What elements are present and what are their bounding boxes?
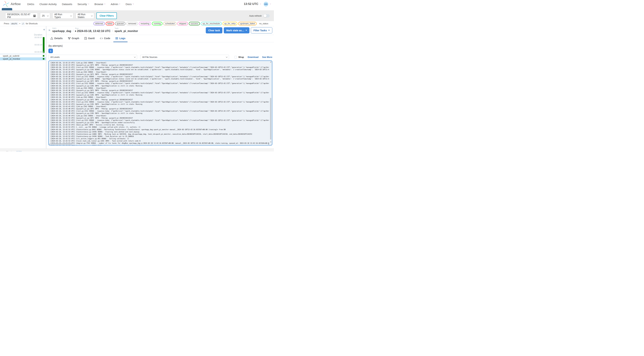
play-icon — [43, 52, 44, 53]
vertical-scroll-thumb[interactable] — [270, 98, 271, 139]
state-badge[interactable]: up_for_reschedule — [201, 22, 222, 25]
log-line: [2024-03-18, 13:42:43 UTC] {pyspark_pi.p… — [50, 99, 269, 101]
state-badge[interactable]: no_status — [258, 22, 270, 25]
file-source-select[interactable]: All File Sources — [140, 55, 229, 59]
log-line: [2024-03-18, 13:42:53 UTC] {pyspark_pi.p… — [50, 121, 269, 124]
code-icon — [100, 37, 103, 40]
run-types-value: All Run Types — [54, 13, 69, 19]
nav-item[interactable]: DAGs — [27, 3, 34, 6]
nav-item-label: Admin — [111, 3, 118, 6]
nav-item[interactable]: Browse — [94, 3, 106, 6]
auto-refresh-label: Auto-refresh — [249, 15, 262, 17]
state-badge[interactable]: removed — [126, 22, 138, 25]
state-badge[interactable]: deferred — [94, 22, 105, 25]
see-more-link[interactable]: See More — [262, 56, 272, 58]
breadcrumb-task-value[interactable]: spark_pi_monitor — [114, 30, 138, 33]
avatar[interactable]: AA — [264, 2, 268, 7]
version-label: Version: — [6, 150, 15, 151]
wrap-checkbox[interactable] — [234, 56, 237, 58]
tab-logs[interactable]: Logs — [113, 35, 128, 42]
run-states-select[interactable]: All Run States — [76, 13, 94, 19]
nav-item-label: Security — [78, 3, 87, 6]
run-states-value: All Run States — [78, 13, 90, 19]
scroll-left-arrow-icon[interactable] — [49, 143, 50, 145]
log-level-select[interactable]: All Levels — [48, 55, 137, 59]
task-row[interactable]: spark_pi_monitor — [0, 57, 46, 60]
nav-item-label: Cluster Activity — [40, 3, 56, 6]
nav-item[interactable]: Security — [78, 3, 89, 6]
log-line: [2024-03-18, 13:42:53 UTC] {pyspark_pi.p… — [50, 117, 269, 119]
log-line: [2024-03-18, 13:42:23 UTC] {pyspark_pi.p… — [50, 64, 269, 66]
clear-filters-button[interactable]: Clear Filters — [96, 13, 117, 19]
log-line: [2024-03-18, 13:42:23 UTC] {job.py:216} … — [50, 62, 269, 64]
version-link[interactable]: v2.7.2 — [15, 150, 22, 151]
tab-label: Details — [54, 37, 63, 40]
tab-graph[interactable]: Graph — [66, 35, 82, 42]
collapse-sidebar-button[interactable]: « — [43, 28, 45, 31]
log-line: [2024-03-18, 13:42:53 UTC] {taskinstance… — [50, 135, 269, 138]
chevron-down-icon — [134, 56, 136, 58]
shortcut-text: Press — [4, 22, 9, 25]
user-menu[interactable]: AA — [264, 2, 271, 7]
breadcrumb-task-label: Task — [114, 27, 138, 29]
clock-dropdown[interactable]: 13:52 UTC — [244, 2, 261, 6]
state-badge[interactable]: skipped — [177, 22, 188, 25]
state-badge[interactable]: failed — [106, 22, 114, 25]
state-badge[interactable]: up_for_retry — [222, 22, 237, 25]
task-status-square[interactable] — [43, 55, 44, 57]
breadcrumb-dag-value[interactable]: sparkapp_dag — [52, 30, 71, 33]
double-chevron-icon[interactable]: » — [48, 28, 50, 32]
log-line: [2024-03-18, 13:42:48 UTC] {rest.py:231}… — [50, 110, 269, 112]
page-size-select[interactable]: 25 — [40, 13, 50, 19]
base-date-input[interactable]: 03/18/2024, 01:52:47 PM — [5, 13, 38, 19]
brand-name: Airflow — [11, 2, 20, 6]
tab-label: Logs — [119, 37, 126, 40]
run-date: 2024-03-18, 13:42:16 UTC — [77, 30, 110, 33]
filter-tasks-button[interactable]: Filter Tasks — [251, 27, 272, 33]
state-badge[interactable]: success — [189, 22, 200, 25]
scroll-down-arrow-icon[interactable] — [270, 142, 272, 142]
state-badge[interactable]: restarting — [139, 22, 151, 25]
nav-item[interactable]: Docs — [126, 3, 134, 6]
toggle-knob — [264, 14, 266, 17]
duration-tick: 00:00:00 — [34, 51, 42, 53]
shortcut-plus: + — [19, 22, 20, 25]
tab-details[interactable]: Details — [48, 35, 65, 42]
download-link[interactable]: Download — [248, 56, 258, 58]
nav-item[interactable]: Cluster Activity — [40, 3, 56, 6]
chevron-down-icon — [226, 56, 228, 58]
mark-state-as-button[interactable]: Mark state as… — [224, 27, 250, 33]
task-name: spark_pi_monitor — [3, 58, 20, 60]
task-row[interactable]: spark_pi_submit — [0, 54, 46, 57]
breadcrumb-run-value[interactable]: 2024-03-18, 13:42:16 UTC — [75, 30, 110, 33]
attempt-1-button[interactable]: 1 — [48, 49, 53, 53]
tab-code[interactable]: Code — [98, 35, 112, 42]
kbd-shift: shift — [10, 22, 18, 25]
horizontal-scroll-thumb[interactable] — [51, 143, 72, 144]
auto-refresh-toggle[interactable] — [264, 14, 270, 18]
run-duration-bar[interactable] — [43, 37, 44, 53]
state-badge[interactable]: queued — [115, 22, 126, 25]
vertical-scrollbar[interactable] — [270, 61, 272, 143]
log-line: [2024-03-18, 13:42:53 UTC] {base.py:287}… — [50, 124, 269, 126]
horizontal-scrollbar[interactable] — [49, 143, 269, 145]
log-line: [2024-03-18, 13:42:38 UTC] {job.py:216} … — [50, 96, 269, 98]
chevron-down-icon — [47, 15, 49, 17]
tab-gantt[interactable]: Gantt — [82, 35, 97, 42]
run-types-select[interactable]: All Run Types — [52, 13, 73, 19]
scroll-up-arrow-icon[interactable] — [270, 62, 272, 62]
state-badge[interactable]: scheduled — [163, 22, 176, 25]
airflow-brand[interactable]: Airflow — [3, 1, 20, 7]
scroll-right-arrow-icon[interactable] — [268, 143, 269, 145]
nav-item[interactable]: Admin — [111, 3, 120, 6]
state-badge[interactable]: running — [152, 22, 162, 25]
logs-icon — [116, 37, 118, 39]
log-line: [2024-03-18, 13:42:53 UTC] {taskinstance… — [50, 133, 269, 135]
nav-item[interactable]: Datasets — [62, 3, 72, 6]
clear-task-button[interactable]: Clear task — [206, 27, 222, 33]
grid-button-fragment[interactable] — [2, 8, 12, 10]
state-badge[interactable]: upstream_failed — [238, 22, 256, 25]
by-attempts-label: (by attempts) — [48, 44, 272, 47]
task-status-square[interactable] — [43, 58, 44, 60]
main-nav: DAGsCluster ActivityDatasetsSecurityBrow… — [27, 3, 134, 6]
